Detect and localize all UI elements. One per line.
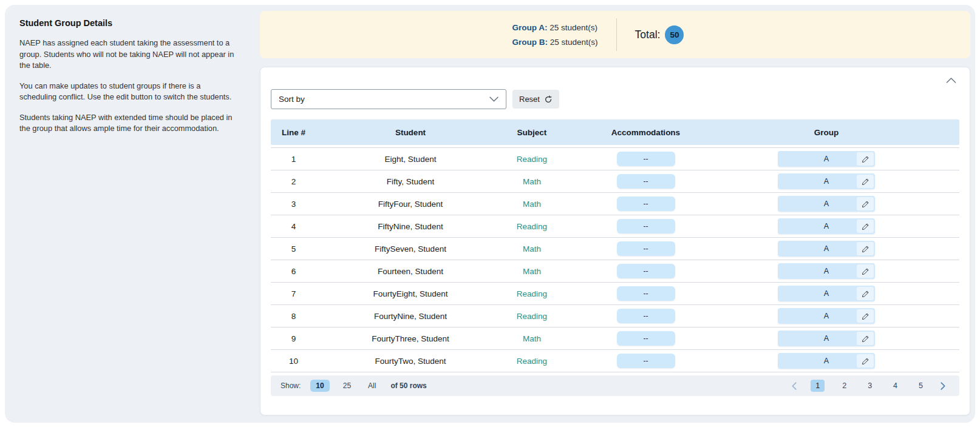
table-footer: Show: 10 25 All of 50 rows 1 2 3 4 5: [271, 375, 959, 396]
page-button-1[interactable]: 1: [811, 380, 825, 392]
group-cell: A: [732, 286, 920, 301]
info-paragraph-3: Students taking NAEP with extended time …: [19, 112, 239, 135]
group-value: A: [824, 289, 829, 298]
group-badge: A: [778, 218, 875, 234]
page-size-controls: Show: 10 25 All of 50 rows: [281, 380, 427, 392]
group-b-count: Group B: 25 student(s): [512, 38, 598, 47]
edit-group-button[interactable]: [857, 197, 874, 210]
subject-cell: Math: [505, 244, 559, 254]
group-badge: A: [778, 173, 875, 189]
group-summary-banner: Group A: 25 student(s) Group B: 25 stude…: [260, 11, 970, 58]
subject-cell: Math: [505, 267, 559, 276]
group-cell: A: [732, 218, 920, 234]
banner-divider: [616, 18, 617, 51]
edit-group-button[interactable]: [857, 354, 874, 368]
header-student: Student: [316, 128, 505, 137]
edit-group-button[interactable]: [857, 309, 874, 323]
pagination-controls: 1 2 3 4 5: [791, 380, 946, 392]
line-number-cell: 1: [271, 155, 316, 164]
table-row: 5 FiftySeven, Student Math -- A: [271, 238, 959, 260]
group-cell: A: [732, 173, 920, 189]
group-badge: A: [778, 286, 875, 301]
table-body: 1 Eight, Student Reading -- A: [271, 147, 959, 372]
student-name-cell: FiftySeven, Student: [316, 244, 505, 254]
page-size-all[interactable]: All: [364, 380, 379, 392]
edit-group-button[interactable]: [857, 242, 874, 255]
subject-cell: Reading: [505, 312, 559, 321]
subject-cell: Reading: [505, 155, 559, 164]
accommodations-cell: --: [559, 219, 732, 233]
line-number-cell: 2: [271, 177, 316, 186]
edit-group-button[interactable]: [857, 220, 874, 233]
group-cell: A: [732, 263, 920, 279]
page-button-4[interactable]: 4: [890, 380, 901, 392]
line-number-cell: 4: [271, 222, 316, 231]
group-cell: A: [732, 196, 920, 212]
group-value: A: [824, 177, 829, 186]
accommodations-badge: --: [617, 264, 675, 278]
edit-group-button[interactable]: [857, 152, 874, 166]
edit-group-button[interactable]: [857, 264, 874, 278]
next-page-button[interactable]: [941, 382, 946, 390]
total-label: Total:: [635, 29, 661, 41]
edit-group-button[interactable]: [857, 175, 874, 188]
page-button-5[interactable]: 5: [915, 380, 927, 392]
accommodations-badge: --: [617, 354, 675, 368]
show-label: Show:: [281, 381, 301, 390]
accommodations-cell: --: [559, 174, 732, 189]
accommodations-cell: --: [559, 241, 732, 256]
group-a-count: Group A: 25 student(s): [512, 23, 598, 32]
table-row: 1 Eight, Student Reading -- A: [271, 148, 959, 170]
pencil-icon: [862, 155, 869, 163]
header-subject: Subject: [505, 128, 559, 137]
accommodations-badge: --: [617, 286, 675, 301]
line-number-cell: 7: [271, 289, 316, 298]
edit-group-button[interactable]: [857, 287, 874, 300]
student-table: Line # Student Subject Accommodations Gr…: [271, 119, 959, 372]
line-number-cell: 10: [271, 357, 316, 366]
accommodations-badge: --: [617, 331, 675, 346]
previous-page-button[interactable]: [791, 382, 797, 390]
accommodations-badge: --: [617, 241, 675, 256]
page-size-10[interactable]: 10: [310, 380, 329, 392]
group-value: A: [824, 334, 829, 343]
page-button-2[interactable]: 2: [839, 380, 850, 392]
collapse-panel-button[interactable]: [946, 77, 956, 83]
line-number-cell: 3: [271, 200, 316, 209]
student-name-cell: FourtyEight, Student: [316, 289, 505, 298]
page-button-3[interactable]: 3: [864, 380, 876, 392]
group-value: A: [824, 267, 829, 275]
edit-group-button[interactable]: [857, 332, 874, 345]
total-students: Total: 50: [635, 25, 684, 44]
page-size-25[interactable]: 25: [339, 380, 355, 392]
table-row: 4 FiftyNine, Student Reading -- A: [271, 215, 959, 238]
group-badge: A: [778, 353, 875, 369]
subject-cell: Math: [505, 200, 559, 209]
subject-cell: Reading: [505, 357, 559, 366]
reset-button[interactable]: Reset: [512, 90, 559, 109]
chevron-left-icon: [791, 382, 797, 390]
subject-cell: Reading: [505, 289, 559, 298]
page-container: Student Group Details NAEP has assigned …: [5, 5, 975, 423]
group-cell: A: [732, 308, 920, 324]
line-number-cell: 6: [271, 267, 316, 276]
group-b-value: 25 student(s): [550, 38, 598, 47]
group-a-value: 25 student(s): [550, 23, 597, 32]
header-accommodations: Accommodations: [559, 128, 732, 137]
accommodations-badge: --: [617, 174, 675, 189]
pencil-icon: [862, 267, 869, 275]
accommodations-badge: --: [617, 197, 675, 211]
accommodations-cell: --: [559, 197, 732, 211]
pencil-icon: [862, 245, 869, 253]
group-badge: A: [778, 331, 875, 346]
reset-icon: [544, 95, 553, 104]
sort-by-dropdown[interactable]: Sort by: [271, 89, 506, 109]
group-counts: Group A: 25 student(s) Group B: 25 stude…: [512, 23, 598, 47]
group-a-label: Group A:: [512, 23, 548, 32]
group-cell: A: [732, 331, 920, 346]
subject-cell: Math: [505, 177, 559, 186]
student-name-cell: FourtyThree, Student: [316, 334, 505, 343]
accommodations-badge: --: [617, 309, 675, 323]
table-row: 7 FourtyEight, Student Reading -- A: [271, 283, 959, 305]
table-row: 3 FiftyFour, Student Math -- A: [271, 193, 959, 215]
